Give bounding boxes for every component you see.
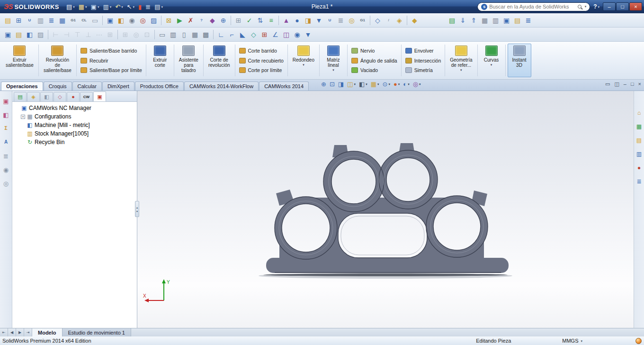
help-search-box[interactable]: s Buscar en la Ayuda de SolidWorks ▾ <box>477 2 590 11</box>
costing-icon[interactable]: ◎ <box>346 15 357 26</box>
measure-icon[interactable]: ◎ <box>137 15 148 26</box>
display-style-icon[interactable]: ▦▾ <box>370 81 380 88</box>
zoom-fit-icon[interactable]: ⊕ <box>320 81 327 88</box>
simetria-button[interactable]: Simetría <box>404 67 443 73</box>
cam-step-through-icon[interactable]: ▥ <box>490 15 501 26</box>
tab-camworks-2014[interactable]: CAMWorks 2014 <box>259 82 309 91</box>
matriz-lineal-button[interactable]: Matriz lineal▾ <box>322 44 345 77</box>
help-sphere-icon[interactable] <box>635 338 642 344</box>
previous-view-icon[interactable]: ◨ <box>337 81 345 88</box>
tree-item-configurations[interactable]: + ▦ Configurations <box>13 112 136 121</box>
panel-splitter[interactable]: ▴ ▾ <box>135 201 139 217</box>
nervio-button[interactable]: Nervio <box>350 47 399 54</box>
cam-setup-sheet-icon[interactable]: ▤ <box>512 15 523 26</box>
new-note-icon[interactable]: ▤ <box>2 15 13 26</box>
view-palette-icon[interactable]: ▥ <box>635 150 643 158</box>
render-icon[interactable]: ● <box>292 15 303 26</box>
open-document-button[interactable]: ▦▾ <box>77 3 89 10</box>
verify-icon[interactable]: ✓ <box>244 15 255 26</box>
interseccion-button[interactable]: Intersección <box>404 57 443 64</box>
tree-item-stock-manager[interactable]: ▥ Stock Manager[1005] <box>13 129 136 138</box>
design-library-icon[interactable]: ▦ <box>635 123 643 130</box>
export-icon[interactable]: ▲ <box>281 15 292 26</box>
lights-icon[interactable]: ◉ <box>2 165 10 174</box>
print-preview-icon[interactable]: ▥ <box>35 15 46 26</box>
notes-icon[interactable]: ≣ <box>2 152 10 160</box>
tree-expander[interactable] <box>21 132 25 136</box>
hide-show-items-icon[interactable]: ⊙▾ <box>382 81 391 88</box>
wireframe-icon[interactable]: ▭ <box>157 29 168 40</box>
align-right-icon[interactable]: ⊣ <box>61 29 72 40</box>
blocks-icon[interactable]: ◧ <box>2 110 10 119</box>
apply-scene-icon[interactable]: ◐▾ <box>402 81 410 88</box>
cameras-icon[interactable]: ◎ <box>2 179 10 188</box>
tree-expander[interactable] <box>21 123 25 127</box>
publish-icon[interactable]: ▶ <box>174 15 185 26</box>
shaded-icon[interactable]: ▦ <box>189 29 200 40</box>
dimxpert-manager-tab[interactable]: ◇ <box>54 92 66 101</box>
cam-extract-features-icon[interactable]: ▤ <box>447 15 457 26</box>
custom-properties-icon[interactable]: ≣ <box>635 178 643 185</box>
filter-faces-icon[interactable]: ◣ <box>237 29 248 40</box>
angulo-de-salida-button[interactable]: Ángulo de salida <box>350 57 399 64</box>
circular-sketch-pattern-icon[interactable]: ◎ <box>131 29 142 40</box>
group-icon[interactable]: ⊞ <box>105 29 116 40</box>
tree-expander[interactable] <box>15 106 19 110</box>
reference-icon[interactable]: ◆ <box>409 15 420 26</box>
cam-machine-icon[interactable]: ◧ <box>24 29 35 40</box>
tree-expander[interactable] <box>21 140 25 145</box>
distribute-icon[interactable]: ⋯ <box>94 29 105 40</box>
cl-gauge-icon[interactable]: CL <box>79 15 89 26</box>
home-icon[interactable]: ⌂ <box>635 109 643 117</box>
tolanalyst-icon[interactable]: G1 <box>357 15 368 26</box>
geometria-de-referencia-button[interactable]: Geometría de refer...▾ <box>447 44 475 77</box>
revolucion-saliente-base-button[interactable]: Revolución de saliente/base <box>41 44 74 77</box>
tree-expander[interactable]: + <box>21 115 25 119</box>
property-manager-tab[interactable]: ◈ <box>27 92 40 101</box>
grid-system-icon[interactable]: ⊞ <box>233 15 244 26</box>
tree-item-camworks-nc-manager[interactable]: ▣ CAMWorks NC Manager <box>13 104 136 112</box>
sketch-entities-icon[interactable]: ◇ <box>372 15 383 26</box>
filter-edges-icon[interactable]: ⌐ <box>226 29 237 40</box>
tab-croquis[interactable]: Croquis <box>44 82 72 91</box>
close-doc-icon[interactable]: × <box>638 82 641 87</box>
align-left-icon[interactable]: ⊢ <box>50 29 61 40</box>
tab-dimxpert[interactable]: DimXpert <box>102 82 134 91</box>
section-view-icon[interactable]: ◫▾ <box>346 81 357 88</box>
hidden-lines-visible-icon[interactable]: ▥ <box>168 29 179 40</box>
dimension-icon[interactable]: ◈ <box>394 15 405 26</box>
pin-icon[interactable]: ◆ <box>207 15 218 26</box>
cam-report-icon[interactable]: ▨ <box>35 29 46 40</box>
camworks-operation-tree-tab[interactable]: ▣ <box>93 91 106 101</box>
tab-camworks-2014-workflow[interactable]: CAMWorks 2014-WorkFlow <box>184 82 259 91</box>
first-tab-button[interactable]: ⇤ <box>0 328 8 336</box>
filter-vertices-icon[interactable]: ∟ <box>215 29 226 40</box>
next-tab-button[interactable]: ▶ <box>16 328 24 336</box>
extruir-saliente-base-button[interactable]: Extruir saliente/base <box>3 44 36 77</box>
annotations-icon[interactable]: A <box>2 138 10 146</box>
display-manager-tab[interactable]: ● <box>67 92 80 101</box>
bom-table-icon[interactable]: ≣ <box>46 15 57 26</box>
box-icon[interactable]: ◨ <box>303 15 313 26</box>
cam-save-icon[interactable]: ▣ <box>2 29 13 40</box>
modify-sketch-icon[interactable]: ⊡ <box>142 29 152 40</box>
configuration-manager-tab[interactable]: ◧ <box>40 92 53 101</box>
corte-de-revolucion-button[interactable]: Corte de revolución <box>206 44 233 77</box>
restore-doc-icon[interactable]: □ <box>631 82 634 87</box>
search-scope-caret-icon[interactable]: ▾ <box>585 5 587 9</box>
vaciado-button[interactable]: Vaciado <box>350 67 399 73</box>
maximize-button[interactable]: □ <box>616 2 629 11</box>
corte-por-limite-button[interactable]: Corte por límite <box>238 67 285 73</box>
material-box-icon[interactable]: ◧ <box>116 15 126 26</box>
options-button[interactable]: ▤▾ <box>153 3 164 10</box>
edit-appearance-icon[interactable]: ●▾ <box>393 81 401 88</box>
g1-gauge-icon[interactable]: G1 <box>68 15 79 26</box>
rebuild-button[interactable]: ▮ <box>137 3 143 10</box>
motion-study-tab[interactable]: Estudio de movimiento 1 <box>63 328 131 336</box>
line-icon[interactable]: / <box>383 15 394 26</box>
tree-item-machine[interactable]: ◧ Machine [Mill - metric] <box>13 121 136 129</box>
align-bottom-icon[interactable]: ⊥ <box>83 29 94 40</box>
trim-icon[interactable]: ✗ <box>185 15 196 26</box>
hidden-lines-removed-icon[interactable]: ▯ <box>179 29 189 40</box>
monitor-icon[interactable]: ▣ <box>105 15 116 26</box>
